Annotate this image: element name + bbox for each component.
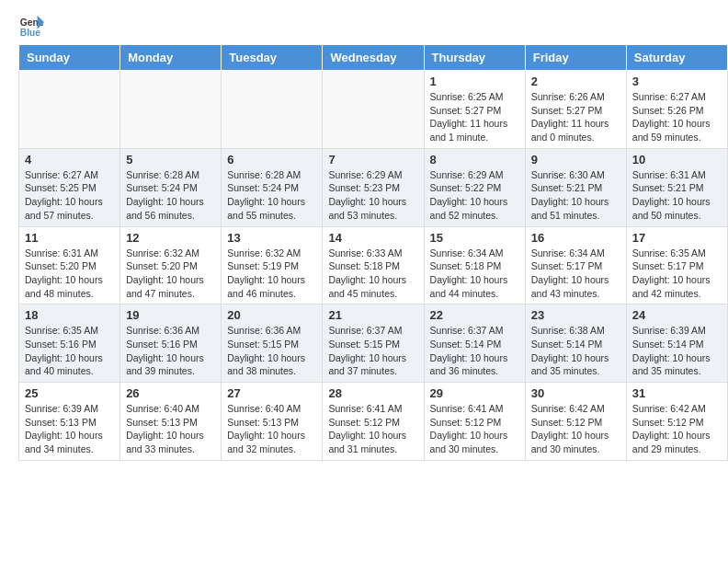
calendar-cell [222, 71, 323, 149]
day-info: Sunrise: 6:41 AMSunset: 5:12 PMDaylight:… [430, 402, 519, 456]
day-info: Sunrise: 6:34 AMSunset: 5:17 PMDaylight:… [531, 247, 620, 301]
calendar-cell: 2Sunrise: 6:26 AMSunset: 5:27 PMDaylight… [525, 71, 626, 149]
day-info: Sunrise: 6:36 AMSunset: 5:15 PMDaylight:… [227, 324, 316, 378]
calendar-cell: 16Sunrise: 6:34 AMSunset: 5:17 PMDayligh… [525, 226, 626, 304]
calendar-cell: 14Sunrise: 6:33 AMSunset: 5:18 PMDayligh… [323, 226, 424, 304]
day-info: Sunrise: 6:41 AMSunset: 5:12 PMDaylight:… [328, 402, 417, 456]
calendar-cell: 13Sunrise: 6:32 AMSunset: 5:19 PMDayligh… [222, 226, 323, 304]
day-number: 17 [632, 231, 722, 245]
calendar-week-row: 18Sunrise: 6:35 AMSunset: 5:16 PMDayligh… [19, 304, 728, 383]
calendar-week-row: 11Sunrise: 6:31 AMSunset: 5:20 PMDayligh… [19, 226, 728, 304]
logo-icon: General Blue [18, 14, 44, 40]
day-info: Sunrise: 6:42 AMSunset: 5:12 PMDaylight:… [531, 402, 620, 456]
day-info: Sunrise: 6:28 AMSunset: 5:24 PMDaylight:… [126, 168, 215, 223]
weekday-header-row: SundayMondayTuesdayWednesdayThursdayFrid… [19, 45, 728, 71]
weekday-header-saturday: Saturday [626, 45, 727, 71]
day-info: Sunrise: 6:38 AMSunset: 5:14 PMDaylight:… [531, 324, 620, 378]
day-number: 29 [430, 386, 519, 400]
calendar-cell: 19Sunrise: 6:36 AMSunset: 5:16 PMDayligh… [120, 304, 222, 383]
day-number: 11 [25, 231, 114, 245]
day-info: Sunrise: 6:30 AMSunset: 5:21 PMDaylight:… [531, 168, 620, 223]
day-info: Sunrise: 6:40 AMSunset: 5:13 PMDaylight:… [126, 402, 215, 456]
calendar-cell: 22Sunrise: 6:37 AMSunset: 5:14 PMDayligh… [424, 304, 525, 383]
day-number: 23 [531, 308, 620, 322]
calendar-cell [19, 71, 120, 149]
calendar-cell: 27Sunrise: 6:40 AMSunset: 5:13 PMDayligh… [222, 383, 323, 461]
day-number: 5 [126, 153, 215, 167]
calendar-body: 1Sunrise: 6:25 AMSunset: 5:27 PMDaylight… [19, 71, 728, 461]
day-number: 25 [25, 386, 114, 400]
calendar-cell: 24Sunrise: 6:39 AMSunset: 5:14 PMDayligh… [626, 304, 727, 383]
calendar-cell: 5Sunrise: 6:28 AMSunset: 5:24 PMDaylight… [120, 148, 222, 226]
day-number: 21 [328, 308, 417, 322]
day-info: Sunrise: 6:35 AMSunset: 5:16 PMDaylight:… [25, 324, 114, 378]
calendar-cell: 23Sunrise: 6:38 AMSunset: 5:14 PMDayligh… [525, 304, 626, 383]
day-number: 1 [430, 75, 519, 88]
day-number: 6 [227, 153, 316, 167]
day-number: 14 [328, 231, 417, 245]
day-number: 10 [632, 153, 722, 167]
calendar-cell: 29Sunrise: 6:41 AMSunset: 5:12 PMDayligh… [424, 383, 525, 461]
calendar-cell: 1Sunrise: 6:25 AMSunset: 5:27 PMDaylight… [424, 71, 525, 149]
svg-text:Blue: Blue [20, 28, 41, 38]
day-number: 19 [126, 308, 215, 322]
calendar-week-row: 25Sunrise: 6:39 AMSunset: 5:13 PMDayligh… [19, 383, 728, 461]
calendar-cell: 31Sunrise: 6:42 AMSunset: 5:12 PMDayligh… [626, 383, 727, 461]
day-info: Sunrise: 6:32 AMSunset: 5:20 PMDaylight:… [126, 247, 215, 301]
calendar-cell: 6Sunrise: 6:28 AMSunset: 5:24 PMDaylight… [222, 148, 323, 226]
calendar-cell: 7Sunrise: 6:29 AMSunset: 5:23 PMDaylight… [323, 148, 424, 226]
day-info: Sunrise: 6:27 AMSunset: 5:25 PMDaylight:… [25, 168, 114, 223]
calendar-cell: 26Sunrise: 6:40 AMSunset: 5:13 PMDayligh… [120, 383, 222, 461]
day-info: Sunrise: 6:31 AMSunset: 5:20 PMDaylight:… [25, 247, 114, 301]
day-info: Sunrise: 6:40 AMSunset: 5:13 PMDaylight:… [227, 402, 316, 456]
day-number: 16 [531, 231, 620, 245]
day-info: Sunrise: 6:35 AMSunset: 5:17 PMDaylight:… [632, 247, 722, 301]
day-number: 20 [227, 308, 316, 322]
calendar-cell: 18Sunrise: 6:35 AMSunset: 5:16 PMDayligh… [19, 304, 120, 383]
weekday-header-wednesday: Wednesday [323, 45, 424, 71]
day-info: Sunrise: 6:37 AMSunset: 5:14 PMDaylight:… [430, 324, 519, 378]
calendar-cell: 3Sunrise: 6:27 AMSunset: 5:26 PMDaylight… [626, 71, 727, 149]
day-info: Sunrise: 6:29 AMSunset: 5:22 PMDaylight:… [430, 168, 519, 223]
day-number: 12 [126, 231, 215, 245]
day-info: Sunrise: 6:39 AMSunset: 5:14 PMDaylight:… [632, 324, 722, 378]
calendar-header: SundayMondayTuesdayWednesdayThursdayFrid… [19, 45, 728, 71]
weekday-header-monday: Monday [120, 45, 222, 71]
day-number: 8 [430, 153, 519, 167]
day-number: 3 [632, 75, 722, 88]
calendar-table: SundayMondayTuesdayWednesdayThursdayFrid… [18, 44, 728, 461]
header: General Blue [0, 0, 728, 44]
calendar-week-row: 4Sunrise: 6:27 AMSunset: 5:25 PMDaylight… [19, 148, 728, 226]
day-number: 26 [126, 386, 215, 400]
calendar-cell: 4Sunrise: 6:27 AMSunset: 5:25 PMDaylight… [19, 148, 120, 226]
calendar-cell: 8Sunrise: 6:29 AMSunset: 5:22 PMDaylight… [424, 148, 525, 226]
calendar-cell: 15Sunrise: 6:34 AMSunset: 5:18 PMDayligh… [424, 226, 525, 304]
day-info: Sunrise: 6:26 AMSunset: 5:27 PMDaylight:… [531, 90, 620, 144]
calendar-cell: 25Sunrise: 6:39 AMSunset: 5:13 PMDayligh… [19, 383, 120, 461]
weekday-header-sunday: Sunday [19, 45, 120, 71]
calendar-cell: 21Sunrise: 6:37 AMSunset: 5:15 PMDayligh… [323, 304, 424, 383]
day-number: 15 [430, 231, 519, 245]
day-info: Sunrise: 6:32 AMSunset: 5:19 PMDaylight:… [227, 247, 316, 301]
calendar-cell: 30Sunrise: 6:42 AMSunset: 5:12 PMDayligh… [525, 383, 626, 461]
calendar-cell: 10Sunrise: 6:31 AMSunset: 5:21 PMDayligh… [626, 148, 727, 226]
calendar-wrapper: SundayMondayTuesdayWednesdayThursdayFrid… [0, 44, 728, 470]
day-info: Sunrise: 6:25 AMSunset: 5:27 PMDaylight:… [430, 90, 519, 144]
weekday-header-thursday: Thursday [424, 45, 525, 71]
day-number: 28 [328, 386, 417, 400]
day-info: Sunrise: 6:39 AMSunset: 5:13 PMDaylight:… [25, 402, 114, 456]
day-info: Sunrise: 6:28 AMSunset: 5:24 PMDaylight:… [227, 168, 316, 223]
day-number: 31 [632, 386, 722, 400]
calendar-cell: 20Sunrise: 6:36 AMSunset: 5:15 PMDayligh… [222, 304, 323, 383]
day-info: Sunrise: 6:34 AMSunset: 5:18 PMDaylight:… [430, 247, 519, 301]
day-info: Sunrise: 6:33 AMSunset: 5:18 PMDaylight:… [328, 247, 417, 301]
calendar-cell [120, 71, 222, 149]
logo: General Blue [18, 14, 44, 40]
day-number: 24 [632, 308, 722, 322]
day-number: 18 [25, 308, 114, 322]
day-info: Sunrise: 6:29 AMSunset: 5:23 PMDaylight:… [328, 168, 417, 223]
day-number: 13 [227, 231, 316, 245]
day-number: 30 [531, 386, 620, 400]
calendar-cell: 28Sunrise: 6:41 AMSunset: 5:12 PMDayligh… [323, 383, 424, 461]
day-number: 27 [227, 386, 316, 400]
